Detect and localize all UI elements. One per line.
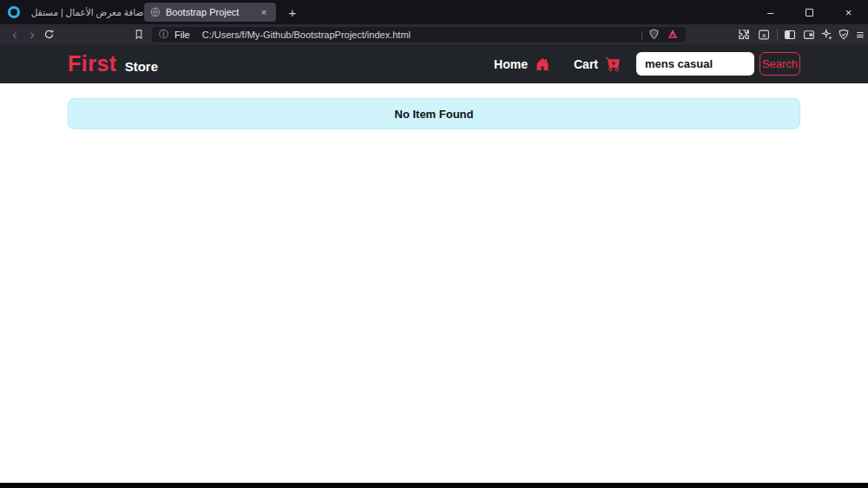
navbar-right: Home Cart Search [494, 52, 800, 76]
menu-icon[interactable]: ≡ [852, 24, 868, 44]
reload-button[interactable] [42, 27, 56, 42]
house-icon [536, 57, 549, 71]
info-icon[interactable]: ⓘ [159, 28, 168, 41]
globe-favicon-icon [150, 7, 161, 17]
brand-secondary-text: Store [125, 59, 158, 74]
cart-label: Cart [574, 57, 598, 71]
triangle-extension-icon[interactable] [667, 29, 679, 40]
new-tab-button[interactable]: + [284, 3, 301, 21]
sparkle-ai-icon[interactable] [819, 27, 834, 42]
cart-plus-icon [606, 56, 621, 71]
no-item-alert: No Item Found [68, 98, 800, 129]
browser-toolbar: ‹ › ⓘ File C:/Users/f/My-Github/Bootstra… [0, 24, 868, 44]
bookmark-icon[interactable] [131, 27, 146, 42]
toolbar-separator [777, 29, 778, 40]
close-button[interactable]: × [829, 0, 868, 24]
forward-button[interactable]: › [24, 24, 40, 44]
browser-window: إضافة معرض الأعمال | مستقل Bootstrap Pro… [0, 0, 868, 488]
tab-close-icon[interactable]: × [258, 7, 270, 17]
url-bar[interactable]: ⓘ File C:/Users/f/My-Github/BootstrapPro… [152, 27, 686, 43]
home-label: Home [494, 57, 528, 71]
tab-label: Bootstrap Project [166, 7, 258, 17]
tab-label: إضافة معرض الأعمال | مستقل [31, 7, 147, 17]
page-content: No Item Found [0, 83, 868, 483]
container-tab-icon[interactable] [801, 27, 816, 42]
brand-logo[interactable]: First Store [68, 51, 158, 76]
tab-bootstrap-project[interactable]: Bootstrap Project × [144, 3, 276, 22]
nav-link-home[interactable]: Home [494, 57, 549, 71]
search-button[interactable]: Search [760, 52, 800, 76]
brand-primary-text: First [68, 51, 117, 76]
url-path[interactable]: C:/Users/f/My-Github/BootstrapProject/in… [202, 30, 635, 40]
svg-text:a: a [761, 30, 766, 38]
footer-bar [0, 483, 868, 488]
browser-titlebar: إضافة معرض الأعمال | مستقل Bootstrap Pro… [0, 0, 868, 24]
nav-link-cart[interactable]: Cart [574, 56, 621, 71]
window-controls: – × [751, 0, 868, 24]
maximize-icon [806, 9, 813, 16]
maximize-button[interactable] [790, 0, 829, 24]
urlbar-separator: | [641, 30, 643, 40]
shield-extension-icon[interactable] [648, 29, 660, 40]
tab-mostaql[interactable]: إضافة معرض الأعمال | مستقل [31, 3, 146, 22]
sidebar-toggle-icon[interactable] [782, 27, 797, 42]
extensions-icon[interactable] [736, 27, 751, 42]
site-navbar: First Store Home Cart Search [0, 44, 868, 83]
back-button[interactable]: ‹ [7, 24, 23, 44]
translate-icon[interactable]: a [756, 27, 771, 42]
url-scheme-label: File [174, 30, 190, 40]
profile-ring-icon[interactable] [8, 6, 20, 18]
minimize-button[interactable]: – [751, 0, 790, 24]
search-input[interactable] [636, 52, 754, 76]
privacy-shield-icon[interactable] [836, 27, 851, 42]
